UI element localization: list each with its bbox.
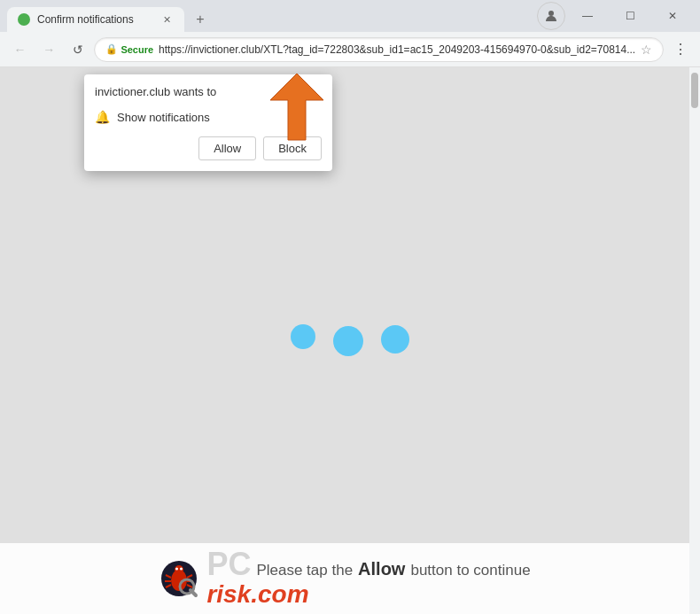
pcrisk-logo [159, 558, 199, 599]
popup-close-button[interactable]: × [304, 85, 322, 103]
tab-title: Confirm notifications [37, 13, 152, 26]
scrollbar[interactable] [689, 67, 700, 614]
pc-text: PC [206, 548, 251, 580]
allow-button[interactable]: Allow [198, 136, 256, 160]
svg-point-6 [175, 568, 178, 571]
banner-brand-row: risk.com [206, 580, 308, 609]
tab-close-button[interactable]: ✕ [159, 12, 174, 27]
popup-notification-row: 🔔 Show notifications [95, 110, 322, 124]
svg-point-7 [180, 568, 183, 571]
dot-3 [381, 325, 409, 354]
banner-text-block: PC Please tap the Allow button to contin… [206, 548, 530, 609]
banner-allow-word: Allow [358, 559, 405, 579]
forward-button[interactable]: → [36, 35, 62, 64]
minimize-button[interactable]: — [567, 2, 608, 30]
notification-popup: invictioner.club wants to × 🔔 Show notif… [84, 74, 332, 171]
maximize-button[interactable]: ☐ [610, 2, 650, 30]
loading-dots [291, 326, 409, 356]
risk-text: risk.com [206, 580, 308, 609]
address-bar[interactable]: 🔒 Secure https://invictioner.club/XTL?ta… [94, 37, 664, 62]
bottom-banner: PC Please tap the Allow button to contin… [0, 543, 689, 614]
scrollbar-thumb[interactable] [691, 73, 698, 108]
profile-button[interactable] [537, 2, 565, 30]
account-icon [544, 9, 558, 23]
refresh-button[interactable]: ↺ [66, 35, 91, 64]
url-display: https://invictioner.club/XTL?tag_id=7228… [159, 43, 635, 56]
secure-label: Secure [121, 44, 153, 55]
active-tab[interactable]: Confirm notifications ✕ [7, 7, 184, 32]
new-tab-button[interactable]: + [188, 7, 213, 32]
notification-label: Show notifications [117, 111, 210, 124]
page-content: invictioner.club wants to × 🔔 Show notif… [0, 67, 700, 614]
tab-favicon [18, 13, 30, 26]
browser-window: Confirm notifications ✕ + — ☐ ✕ ← → ↺ 🔒 [0, 0, 700, 614]
banner-suffix: button to continue [410, 562, 530, 579]
bell-icon: 🔔 [95, 110, 110, 124]
window-controls: — ☐ ✕ [537, 2, 693, 30]
block-button[interactable]: Block [263, 136, 322, 160]
svg-point-0 [548, 11, 554, 16]
navigation-bar: ← → ↺ 🔒 Secure https://invictioner.club/… [0, 32, 700, 67]
secure-badge: 🔒 Secure [105, 43, 153, 55]
popup-site-text: invictioner.club wants to [95, 85, 216, 98]
dot-1 [291, 324, 315, 349]
more-menu-button[interactable]: ⋮ [667, 35, 693, 64]
bookmark-button[interactable]: ☆ [641, 43, 652, 57]
banner-prefix: Please tap the [256, 562, 353, 579]
popup-buttons: Allow Block [95, 136, 322, 160]
popup-header: invictioner.club wants to × [95, 85, 322, 103]
dot-2 [333, 326, 363, 356]
back-button[interactable]: ← [7, 35, 33, 64]
tab-strip: Confirm notifications ✕ + [7, 0, 533, 32]
close-button[interactable]: ✕ [652, 2, 693, 30]
title-bar: Confirm notifications ✕ + — ☐ ✕ [0, 0, 700, 32]
pcrisk-bug-icon [159, 558, 199, 599]
lock-icon: 🔒 [105, 43, 118, 55]
